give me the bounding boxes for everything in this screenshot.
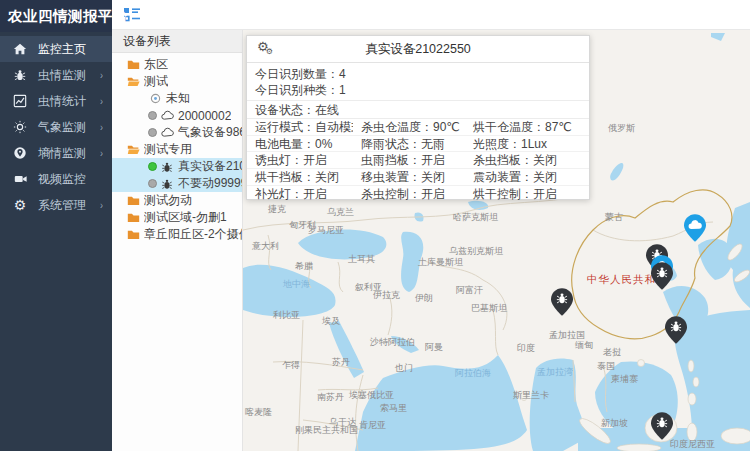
popup-grid-cell: 烘干挡板：关闭 bbox=[247, 169, 353, 186]
app-title: 农业四情测报平台 bbox=[0, 0, 112, 32]
sidebar-item-label: 系统管理 bbox=[38, 197, 86, 214]
device-tree: 东区测试未知20000002气象设备986测试专用真实设备21022550不要动… bbox=[112, 53, 242, 243]
device-weather-icon bbox=[160, 127, 174, 139]
sidebar-item-weather[interactable]: 气象监测› bbox=[0, 114, 112, 140]
weather-icon bbox=[12, 119, 28, 135]
device-bug-icon bbox=[160, 178, 174, 190]
tree-label: 测试勿动 bbox=[144, 192, 192, 209]
sidebar-item-label: 气象监测 bbox=[38, 119, 86, 136]
chevron-right-icon: › bbox=[100, 69, 103, 82]
globe-icon bbox=[12, 145, 28, 161]
device-popup-title: 真实设备21022550 bbox=[365, 41, 471, 58]
folder-closed-icon bbox=[126, 229, 140, 241]
popup-grid-cell: 烘干控制：开启 bbox=[465, 186, 589, 203]
folder-closed-icon bbox=[126, 212, 140, 224]
popup-summary-line: 今日识别数量：4 bbox=[247, 66, 589, 82]
sidebar: 农业四情测报平台 监控主页虫情监测›虫情统计›气象监测›墒情监测›视频监控⚙系统… bbox=[0, 0, 112, 451]
chevron-right-icon: › bbox=[100, 95, 103, 108]
tree-device[interactable]: 未知 bbox=[112, 90, 242, 107]
status-dot bbox=[148, 111, 157, 120]
device-popup-grid: 运行模式：自动模式杀虫仓温度：90℃烘干仓温度：87℃电池电量：0%降雨状态：无… bbox=[247, 119, 589, 202]
weather-device-marker[interactable] bbox=[684, 214, 706, 242]
folder-open-icon bbox=[126, 144, 140, 156]
device-popup-summary: 今日识别数量：4今日识别种类：1 bbox=[247, 63, 589, 101]
tree-label: 东区 bbox=[144, 56, 168, 73]
popup-grid-cell: 补光灯：开启 bbox=[247, 186, 353, 203]
status-dot bbox=[148, 179, 157, 188]
tree-device[interactable]: 真实设备21022550 bbox=[112, 158, 242, 175]
chevron-right-icon: › bbox=[100, 199, 103, 212]
tree-label: 不要动99999999 bbox=[178, 175, 242, 192]
sidebar-item-label: 视频监控 bbox=[38, 171, 86, 188]
popup-summary-line: 今日识别种类：1 bbox=[247, 82, 589, 98]
tree-label: 章丘阳丘区-2个摄像头 bbox=[144, 226, 242, 243]
sidebar-item-label: 虫情监测 bbox=[38, 67, 86, 84]
tree-folder[interactable]: 测试 bbox=[112, 73, 242, 90]
folder-closed-icon bbox=[126, 195, 140, 207]
insect-device-marker[interactable] bbox=[665, 316, 687, 344]
device-weather-icon bbox=[160, 110, 174, 122]
insect-device-marker[interactable] bbox=[551, 288, 573, 316]
tree-device[interactable]: 不要动99999999 bbox=[112, 175, 242, 192]
bug-icon bbox=[12, 67, 28, 83]
popup-grid-cell: 杀虫控制：开启 bbox=[353, 186, 465, 203]
chevron-right-icon: › bbox=[100, 121, 103, 134]
sidebar-item-globe[interactable]: 墒情监测› bbox=[0, 140, 112, 166]
tree-label: 测试 bbox=[144, 73, 168, 90]
device-list-header: 设备列表 bbox=[112, 30, 242, 53]
tree-label: 气象设备986 bbox=[178, 124, 242, 141]
popup-grid-cell: 运行模式：自动模式 bbox=[247, 119, 353, 136]
popup-grid-cell: 烘干仓温度：87℃ bbox=[465, 119, 589, 136]
status-dot bbox=[148, 128, 157, 137]
tree-folder[interactable]: 测试区域-勿删1 bbox=[112, 209, 242, 226]
chart-icon bbox=[12, 93, 28, 109]
device-unknown-icon bbox=[148, 93, 162, 105]
popup-grid-cell: 降雨状态：无雨 bbox=[353, 136, 465, 153]
tree-device[interactable]: 气象设备986 bbox=[112, 124, 242, 141]
chevron-right-icon: › bbox=[100, 147, 103, 160]
sidebar-menu: 监控主页虫情监测›虫情统计›气象监测›墒情监测›视频监控⚙系统管理› bbox=[0, 36, 112, 218]
tree-folder[interactable]: 测试勿动 bbox=[112, 192, 242, 209]
topbar bbox=[112, 0, 750, 30]
home-icon bbox=[12, 41, 28, 57]
popup-grid-cell: 杀虫仓温度：90℃ bbox=[353, 119, 465, 136]
app-root: 农业四情测报平台 监控主页虫情监测›虫情统计›气象监测›墒情监测›视频监控⚙系统… bbox=[0, 0, 750, 451]
folder-closed-icon bbox=[126, 59, 140, 71]
tree-label: 测试区域-勿删1 bbox=[144, 209, 227, 226]
tree-folder[interactable]: 东区 bbox=[112, 56, 242, 73]
tree-folder[interactable]: 章丘阳丘区-2个摄像头 bbox=[112, 226, 242, 243]
tree-label: 20000002 bbox=[178, 109, 231, 123]
popup-grid-cell: 电池电量：0% bbox=[247, 136, 353, 153]
sidebar-item-label: 监控主页 bbox=[38, 41, 86, 58]
folder-open-icon bbox=[126, 76, 140, 88]
popup-grid-cell: 震动装置：关闭 bbox=[465, 169, 589, 186]
tree-label: 测试专用 bbox=[144, 141, 192, 158]
tree-device[interactable]: 20000002 bbox=[112, 107, 242, 124]
gear-icon: ⚙ bbox=[12, 197, 28, 213]
sidebar-item-video[interactable]: 视频监控 bbox=[0, 166, 112, 192]
device-bug-icon bbox=[160, 161, 174, 173]
tree-label: 未知 bbox=[166, 90, 190, 107]
device-list-panel: 设备列表 东区测试未知20000002气象设备986测试专用真实设备210225… bbox=[112, 30, 243, 451]
device-settings-icon[interactable]: ⚙⚙ bbox=[257, 40, 273, 56]
sidebar-item-label: 墒情监测 bbox=[38, 145, 86, 162]
popup-grid-cell: 移虫装置：关闭 bbox=[353, 169, 465, 186]
popup-grid-cell: 杀虫挡板：关闭 bbox=[465, 152, 589, 169]
sidebar-item-chart[interactable]: 虫情统计› bbox=[0, 88, 112, 114]
status-dot bbox=[148, 162, 157, 171]
insect-device-marker[interactable] bbox=[651, 412, 673, 440]
device-popup-header: ⚙⚙ 真实设备21022550 bbox=[247, 36, 589, 63]
sidebar-item-bug[interactable]: 虫情监测› bbox=[0, 62, 112, 88]
sidebar-item-home[interactable]: 监控主页 bbox=[0, 36, 112, 62]
sidebar-item-label: 虫情统计 bbox=[38, 93, 86, 110]
video-icon bbox=[12, 171, 28, 187]
tree-label: 真实设备21022550 bbox=[178, 158, 242, 175]
device-status-line: 设备状态：在线 bbox=[247, 101, 589, 119]
insect-device-marker[interactable] bbox=[651, 262, 673, 290]
popup-grid-cell: 虫雨挡板：开启 bbox=[353, 152, 465, 169]
popup-grid-cell: 光照度：1Lux bbox=[465, 136, 589, 153]
sidebar-item-gear[interactable]: ⚙系统管理› bbox=[0, 192, 112, 218]
tree-folder[interactable]: 测试专用 bbox=[112, 141, 242, 158]
popup-grid-cell: 诱虫灯：开启 bbox=[247, 152, 353, 169]
device-popup: ⚙⚙ 真实设备21022550 今日识别数量：4今日识别种类：1 设备状态：在线… bbox=[246, 35, 590, 200]
